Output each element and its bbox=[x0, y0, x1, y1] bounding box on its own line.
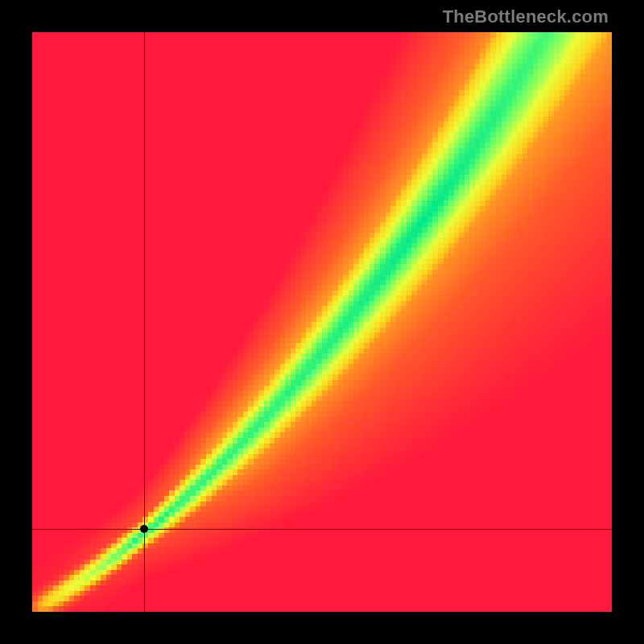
chart-frame: { "watermark": "TheBottleneck.com", "cha… bbox=[0, 0, 644, 644]
watermark-text: TheBottleneck.com bbox=[443, 6, 609, 27]
crosshair-overlay bbox=[32, 32, 612, 612]
